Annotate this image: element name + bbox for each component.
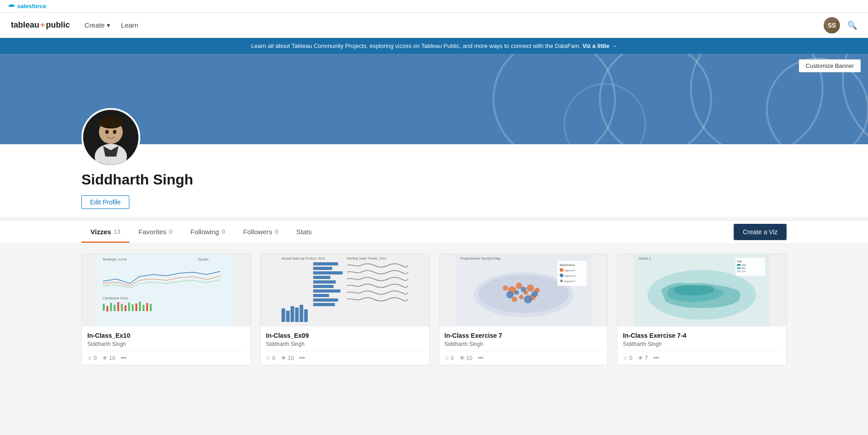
- viz-info: In-Class_Ex10 Siddharth Singh ☆ 0 👁 10 •…: [82, 326, 251, 365]
- viz-stats: ☆ 0 👁 10 •••: [445, 351, 602, 361]
- viz-thumbnail: Sheet 1 Pop High Mid Low: [617, 254, 786, 326]
- tab-stats[interactable]: Stats: [287, 221, 321, 243]
- svg-rect-36: [313, 271, 342, 274]
- svg-point-72: [560, 274, 563, 277]
- svg-rect-37: [313, 276, 330, 279]
- profile-section: Siddharth Singh Edit Profile: [0, 144, 868, 217]
- tab-favorites[interactable]: Favorites 0: [129, 221, 181, 243]
- svg-rect-42: [313, 298, 338, 302]
- learn-nav-link[interactable]: Learn: [121, 21, 138, 29]
- svg-point-11: [105, 130, 109, 134]
- viz-thumbnail: Proportional Symbol Map: [439, 254, 608, 326]
- viz-author: Siddharth Singh: [445, 341, 602, 347]
- viz-card[interactable]: Bollinger curve Symbol Candlestick Chart: [81, 254, 251, 365]
- tab-followers[interactable]: Followers 0: [234, 221, 287, 243]
- svg-rect-27: [139, 302, 141, 311]
- svg-point-61: [519, 295, 523, 299]
- svg-rect-49: [304, 309, 308, 322]
- salesforce-logo: salesforce: [7, 3, 46, 9]
- tab-following[interactable]: Following 0: [181, 221, 234, 243]
- svg-point-58: [526, 284, 534, 292]
- profile-name: Siddharth Singh: [81, 171, 868, 188]
- svg-rect-85: [737, 270, 741, 272]
- svg-rect-18: [106, 306, 108, 312]
- svg-rect-40: [313, 289, 340, 293]
- svg-rect-81: [737, 264, 741, 266]
- svg-rect-28: [142, 305, 144, 311]
- profile-info: Siddharth Singh Edit Profile: [81, 144, 868, 216]
- svg-text:Symbol: Symbol: [198, 258, 209, 261]
- svg-text:High: High: [742, 264, 747, 266]
- svg-rect-21: [117, 302, 119, 311]
- viz-info: In-Class Exercise 7 Siddharth Singh ☆ 0 …: [439, 326, 608, 365]
- viz-card[interactable]: Sheet 1 Pop High Mid Low: [617, 254, 787, 365]
- main-nav: tableau+public Create ▾ Learn SS 🔍: [0, 13, 868, 38]
- svg-rect-48: [299, 305, 303, 322]
- svg-point-65: [524, 295, 532, 303]
- tableau-logo: tableau+public: [11, 20, 70, 30]
- viz-views: 👁 10: [102, 355, 115, 361]
- viz-title: In-Class Exercise 7-4: [623, 332, 781, 339]
- svg-text:Bollinger curve: Bollinger curve: [103, 257, 127, 261]
- svg-rect-46: [290, 306, 294, 322]
- svg-text:Monthly Sales Trends, 2013: Monthly Sales Trends, 2013: [347, 257, 386, 260]
- svg-rect-30: [150, 304, 152, 311]
- viz-grid: Bollinger curve Symbol Candlestick Chart: [81, 254, 787, 365]
- svg-rect-47: [295, 307, 299, 322]
- viz-thumbnail: Bollinger curve Symbol Candlestick Chart: [82, 254, 251, 326]
- svg-text:Sheet 1: Sheet 1: [639, 256, 651, 260]
- viz-stats: ☆ 0 👁 7 •••: [623, 351, 781, 361]
- user-avatar[interactable]: SS: [824, 17, 840, 33]
- chart-preview: Sheet 1 Pop High Mid Low: [617, 254, 786, 326]
- svg-rect-39: [313, 285, 333, 288]
- viz-author: Siddharth Singh: [266, 341, 424, 347]
- svg-text:Annual Sales by Product, 2013: Annual Sales by Product, 2013: [281, 257, 325, 260]
- svg-text:Pop: Pop: [737, 260, 742, 263]
- salesforce-cloud-icon: [7, 4, 15, 9]
- viz-info: In-Class Exercise 7-4 Siddharth Singh ☆ …: [617, 326, 786, 365]
- tab-vizzes[interactable]: Vizzes 13: [81, 221, 129, 243]
- viz-title: In-Class_Ex09: [266, 332, 424, 339]
- svg-rect-20: [114, 305, 115, 311]
- chevron-down-icon: ▾: [107, 21, 110, 29]
- create-nav-link[interactable]: Create ▾: [85, 21, 110, 29]
- search-icon[interactable]: 🔍: [847, 20, 857, 30]
- svg-point-64: [521, 287, 526, 292]
- content-section: Bollinger curve Symbol Candlestick Chart: [0, 243, 868, 376]
- svg-text:Proportional Symbol Map: Proportional Symbol Map: [460, 256, 501, 260]
- chart-preview: Proportional Symbol Map: [439, 254, 608, 326]
- viz-stats: ☆ 0 👁 10 •••: [87, 351, 245, 361]
- viz-title: In-Class_Ex10: [87, 332, 245, 339]
- viz-more: •••: [478, 355, 484, 361]
- create-viz-button[interactable]: Create a Viz: [734, 224, 787, 240]
- viz-link[interactable]: Viz a little →: [582, 43, 617, 49]
- viz-views: 👁 10: [281, 355, 294, 361]
- profile-avatar-wrap: [81, 108, 140, 167]
- edit-profile-button[interactable]: Edit Profile: [81, 195, 129, 209]
- viz-likes: ☆ 0: [623, 355, 632, 361]
- viz-thumbnail: Annual Sales by Product, 2013 Monthly Sa…: [261, 254, 429, 326]
- viz-card[interactable]: Proportional Symbol Map: [439, 254, 608, 365]
- viz-more: •••: [653, 355, 659, 361]
- nav-left: tableau+public Create ▾ Learn: [11, 20, 138, 30]
- svg-text:Candlestick Chart: Candlestick Chart: [103, 297, 128, 300]
- svg-rect-41: [313, 294, 329, 297]
- svg-text:Low: Low: [742, 270, 746, 273]
- viz-card[interactable]: Annual Sales by Product, 2013 Monthly Sa…: [260, 254, 430, 365]
- viz-more: •••: [121, 355, 127, 361]
- viz-author: Siddharth Singh: [87, 341, 245, 347]
- viz-views: 👁 10: [460, 355, 473, 361]
- avatar-illustration: [83, 108, 138, 167]
- svg-text:Segment B: Segment B: [564, 274, 575, 277]
- svg-rect-44: [281, 308, 285, 322]
- svg-rect-23: [124, 305, 126, 311]
- svg-text:Mid: Mid: [742, 267, 745, 270]
- svg-rect-34: [313, 262, 338, 265]
- salesforce-bar: salesforce: [0, 0, 868, 13]
- svg-rect-19: [110, 303, 112, 311]
- svg-rect-83: [737, 267, 741, 269]
- svg-rect-35: [313, 267, 332, 270]
- svg-rect-29: [146, 303, 148, 311]
- customize-banner-button[interactable]: Customize Banner: [799, 59, 861, 72]
- info-banner: Learn all about Tableau Community Projec…: [0, 38, 868, 54]
